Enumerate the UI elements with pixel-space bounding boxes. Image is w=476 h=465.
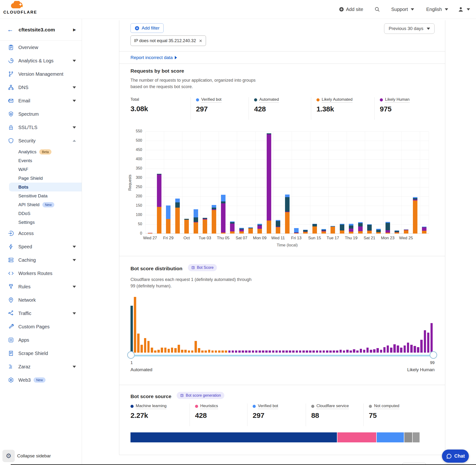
preferences-gear-icon[interactable]: ⚙ (2, 450, 15, 462)
sidebar-item-api-shield[interactable]: API ShieldNew (0, 200, 82, 209)
collapse-sidebar-label[interactable]: Collapse sidebar (17, 453, 51, 459)
sidebar-item-zaraz[interactable]: Zaraz (0, 360, 82, 373)
stat-label[interactable]: Verified bot (201, 97, 222, 103)
bar-segment-automated (285, 197, 290, 212)
chevron-down-icon[interactable] (73, 127, 76, 128)
sidebar-item-network[interactable]: Network (0, 293, 82, 307)
report-incorrect-data-link[interactable]: Report incorrect data (130, 55, 177, 60)
sidebar-item-page-shield[interactable]: Page Shield (0, 174, 82, 183)
sidebar-item-analytics-logs[interactable]: Analytics & Logs (0, 54, 82, 67)
histogram-bar-score-14 (174, 348, 177, 353)
chevron-down-icon[interactable] (73, 259, 76, 261)
chevron-down-icon[interactable] (73, 86, 76, 89)
bot-score-badge[interactable]: Bot Score (188, 264, 217, 271)
date-range-dropdown[interactable]: Previous 30 days (384, 23, 434, 34)
sidebar-item-apps[interactable]: Apps (0, 333, 82, 347)
sidebar-item-bots[interactable]: Bots (9, 183, 82, 191)
requests-bar-10 (239, 228, 244, 233)
histogram-bar-score-62 (336, 350, 338, 353)
sidebar-item-waf[interactable]: WAF (0, 165, 82, 174)
histogram-bar-score-30 (228, 350, 231, 353)
sidebar-item-overview[interactable]: Overview (0, 41, 82, 54)
chevron-down-icon[interactable] (73, 312, 76, 315)
score-slider-track[interactable] (130, 355, 434, 356)
user-menu[interactable] (458, 0, 470, 19)
requests-bar-17 (303, 230, 308, 233)
sidebar-item-caching[interactable]: Caching (0, 253, 82, 267)
slider-handle-right[interactable] (430, 351, 437, 359)
chevron-down-icon[interactable] (73, 100, 76, 102)
support-menu[interactable]: Support (391, 0, 414, 19)
chevron-up-icon[interactable] (73, 140, 76, 142)
sidebar-item-custom-pages[interactable]: Custom Pages (0, 320, 82, 333)
chevron-down-icon[interactable] (73, 286, 76, 288)
y-tick-label: 350 (136, 166, 142, 170)
sidebar-item-web3[interactable]: Web3New (0, 373, 82, 387)
chevron-down-icon[interactable] (73, 246, 76, 248)
sidebar-item-security[interactable]: Security (0, 134, 82, 147)
language-menu[interactable]: English (426, 0, 448, 19)
sidebar-item-sensitive-data[interactable]: Sensitive Data (0, 191, 82, 200)
sidebar-item-label: Settings (18, 220, 35, 225)
histogram-bar-score-6 (148, 341, 150, 353)
sidebar-item-scrape-shield[interactable]: Scrape Shield (0, 347, 82, 360)
histogram-bar-score-31 (232, 350, 234, 353)
search-button[interactable] (374, 0, 380, 19)
x-tick-label: Thu 05 (217, 236, 230, 241)
sidebar-item-analytics[interactable]: AnalyticsBeta (0, 147, 82, 156)
sidebar-item-version-management[interactable]: Version Management (0, 67, 82, 81)
sidebar-item-speed[interactable]: Speed (0, 240, 82, 253)
requests-bar-14 (276, 220, 280, 233)
new-badge: New (33, 377, 45, 383)
stat-label[interactable]: Likely Automated (322, 97, 352, 103)
remove-filter-icon[interactable] (199, 39, 202, 43)
histogram-bar-score-45 (279, 350, 281, 353)
chevron-down-icon[interactable] (73, 60, 76, 62)
sidebar-item-rules[interactable]: Rules (0, 280, 82, 293)
stat-label[interactable]: Verified bot (258, 403, 278, 409)
sidebar-item-ssl-tls[interactable]: SSL/TLS (0, 121, 82, 134)
histogram-bar-score-77 (387, 346, 389, 353)
back-arrow-icon[interactable]: ← (7, 26, 13, 33)
stat-label[interactable]: Automated (259, 97, 279, 103)
bot-score-generation-badge[interactable]: Bot score generation (177, 392, 224, 399)
cloudflare-logo[interactable]: CLOUDFLARE (3, 1, 32, 15)
histogram-bar-score-85 (414, 346, 416, 353)
x-tick-label: Wed 11 (271, 236, 285, 241)
site-expand-caret-icon[interactable]: ▶ (73, 27, 76, 32)
sidebar-item-events[interactable]: Events (0, 156, 82, 165)
requests-bar-23 (358, 222, 363, 233)
add-filter-button[interactable]: Add filter (130, 23, 164, 33)
stat-label[interactable]: Heuristics (200, 403, 218, 409)
bar-segment-likely-automated (257, 229, 262, 233)
bar-segment-verified-bot (194, 209, 198, 217)
sidebar-item-traffic[interactable]: Traffic (0, 307, 82, 320)
stat-label[interactable]: Not computed (374, 403, 399, 409)
slider-handle-left[interactable] (127, 351, 135, 359)
y-tick-label: 300 (136, 176, 142, 180)
sidebar-item-ddos[interactable]: DDoS (0, 209, 82, 218)
sidebar-item-access[interactable]: Access (0, 227, 82, 240)
chat-button[interactable]: Chat (442, 450, 469, 463)
x-tick-label: Mon 23 (381, 236, 395, 241)
sidebar-item-spectrum[interactable]: Spectrum (0, 107, 82, 121)
sidebar-item-workers-routes[interactable]: Workers Routes (0, 267, 82, 280)
sidebar-item-email[interactable]: Email (0, 94, 82, 107)
stat-label[interactable]: Cloudflare service (317, 403, 349, 409)
sidebar-item-label: Apps (18, 337, 29, 343)
bar-segment-likely-automated (312, 226, 317, 233)
filter-chip[interactable]: IP does not equal 35.212.240.32 (130, 35, 206, 46)
stat-label[interactable]: Likely Human (385, 97, 410, 103)
requests-bar-20 (330, 226, 335, 233)
chevron-down-icon[interactable] (73, 366, 76, 368)
sidebar-item-dns[interactable]: DNS (0, 81, 82, 94)
x-tick-label: Sat 07 (235, 236, 247, 241)
sidebar-item-label: Web3 (18, 377, 31, 383)
sidebar-item-settings[interactable]: Settings (0, 218, 82, 227)
histogram-bar-score-23 (205, 350, 207, 353)
bar-segment-likely-automated (194, 222, 198, 233)
add-site-button[interactable]: Add site (339, 0, 363, 19)
stat-label[interactable]: Machine learning (136, 403, 167, 409)
histogram-bar-score-21 (198, 348, 200, 353)
slider-min-label: 1 (130, 360, 133, 365)
